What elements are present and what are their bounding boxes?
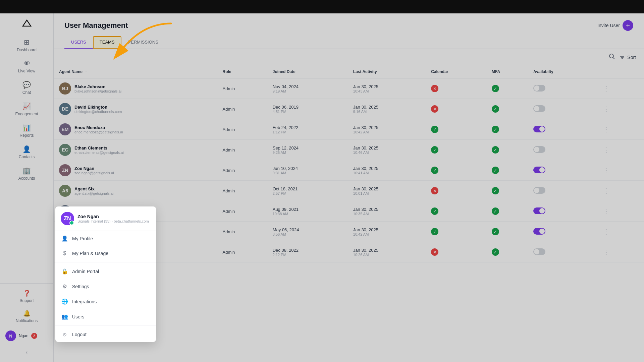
settings-icon: ⚙ bbox=[61, 283, 68, 290]
dropdown-item-my-profile[interactable]: 👤 My Profile bbox=[55, 231, 156, 246]
dropdown-item-admin-portal[interactable]: 🔒 Admin Portal bbox=[55, 264, 156, 279]
sidebar-item-label: Reports bbox=[19, 133, 34, 138]
col-actions bbox=[595, 65, 644, 78]
row-more-button[interactable]: ⋮ bbox=[600, 185, 612, 196]
notifications-icon: 🔔 bbox=[23, 310, 31, 317]
table-row: BJ Blake Johnson blake.johnson@getsignal… bbox=[54, 78, 644, 99]
calendar-check-icon: ✓ bbox=[431, 228, 438, 235]
agent-email: enoc.mendoza@getsignals.ai bbox=[74, 130, 123, 134]
sidebar-item-label: Chat bbox=[22, 90, 31, 95]
agent-cell: DE David Elkington delkington@chatfunnel… bbox=[59, 103, 212, 115]
dropdown-item-label: Users bbox=[72, 314, 85, 319]
sidebar: ⊞ Dashboard 👁 Live View 💬 Chat 📈 Engagem… bbox=[0, 0, 54, 362]
sidebar-item-engagement[interactable]: 📈 Engagement bbox=[2, 99, 51, 120]
sidebar-bottom: ❓ Support 🔔 Notifications N Ngan 2 ‹ bbox=[0, 283, 53, 362]
last-activity-time: 9:16 AM bbox=[353, 110, 420, 114]
row-more-button[interactable]: ⋮ bbox=[600, 165, 612, 176]
agent-avatar: ZN bbox=[59, 164, 71, 176]
last-activity-date: Jan 30, 2025 bbox=[353, 145, 420, 150]
availability-toggle[interactable] bbox=[533, 126, 545, 132]
agent-cell: ZN Zoe Ngan zoe.ngan@getsignals.ai bbox=[59, 164, 212, 176]
agent-name: Enoc Mendoza bbox=[74, 125, 123, 130]
row-more-button[interactable]: ⋮ bbox=[600, 226, 612, 237]
agent-name: Zoe Ngan bbox=[74, 166, 114, 171]
agent-name: Ethan Clements bbox=[74, 145, 124, 150]
dashboard-icon: ⊞ bbox=[24, 38, 30, 46]
table-header-row: Agent Name ↑ Role Joined Date Last Activ… bbox=[54, 65, 644, 78]
joined-time: 1:12 PM bbox=[273, 130, 342, 134]
calendar-check-icon: ✓ bbox=[431, 146, 438, 154]
row-more-button[interactable]: ⋮ bbox=[600, 206, 612, 217]
availability-toggle[interactable] bbox=[533, 85, 545, 92]
availability-toggle[interactable] bbox=[533, 187, 545, 194]
sidebar-item-dashboard[interactable]: ⊞ Dashboard bbox=[2, 35, 51, 56]
dropdown-item-label: Settings bbox=[72, 284, 89, 289]
joined-time: 9:19 AM bbox=[273, 89, 342, 93]
availability-toggle[interactable] bbox=[533, 146, 545, 153]
collapse-sidebar-button[interactable]: ‹ bbox=[3, 347, 51, 358]
logout-icon: ⎋ bbox=[61, 331, 68, 338]
dropdown-item-logout[interactable]: ⎋ Logout bbox=[55, 327, 156, 342]
dropdown-avatar-badge bbox=[69, 221, 74, 225]
last-activity-time: 10:35 AM bbox=[353, 212, 420, 216]
page-header-top: User Management Invite User + bbox=[64, 20, 633, 31]
availability-toggle[interactable] bbox=[533, 167, 545, 173]
col-mfa: MFA bbox=[486, 65, 528, 78]
dropdown-header: ZN Zoe Ngan Signals Internal (33) - beta… bbox=[55, 206, 156, 231]
sidebar-item-chat[interactable]: 💬 Chat bbox=[2, 77, 51, 98]
last-activity-time: 10:41 AM bbox=[353, 171, 420, 175]
sort-button[interactable]: Sort bbox=[619, 54, 636, 60]
joined-time: 4:51 PM bbox=[273, 110, 342, 114]
col-role: Role bbox=[217, 65, 267, 78]
dropdown-item-my-plan[interactable]: $ My Plan & Usage bbox=[55, 246, 156, 261]
tab-users[interactable]: USERS bbox=[64, 36, 93, 49]
sidebar-item-support[interactable]: ❓ Support bbox=[3, 288, 51, 305]
sidebar-item-notifications[interactable]: 🔔 Notifications bbox=[3, 308, 51, 325]
agent-avatar: EM bbox=[59, 123, 71, 135]
last-activity-time: 10:01 AM bbox=[353, 191, 420, 195]
tab-permissions[interactable]: PERMISSIONS bbox=[121, 36, 165, 49]
search-button[interactable] bbox=[608, 53, 615, 61]
invite-user-button[interactable]: Invite User + bbox=[597, 20, 633, 31]
mfa-check-icon: ✓ bbox=[492, 248, 499, 256]
last-activity-time: 10:46 AM bbox=[353, 150, 420, 155]
mfa-check-icon: ✓ bbox=[492, 126, 499, 133]
sidebar-user[interactable]: N Ngan 2 bbox=[3, 328, 51, 344]
calendar-x-icon: ✕ bbox=[431, 187, 438, 194]
calendar-check-icon: ✓ bbox=[431, 207, 438, 215]
mfa-check-icon: ✓ bbox=[492, 167, 499, 174]
page-header: User Management Invite User + USERS TEAM… bbox=[54, 13, 644, 49]
tab-teams[interactable]: TEAMS bbox=[93, 36, 121, 49]
dropdown-user-sub: Signals Internal (33) - beta.chatfunnels… bbox=[77, 219, 149, 223]
sidebar-item-accounts[interactable]: 🏢 Accounts bbox=[2, 163, 51, 184]
row-more-button[interactable]: ⋮ bbox=[600, 104, 612, 114]
mfa-check-icon: ✓ bbox=[492, 228, 499, 235]
dropdown-avatar: ZN bbox=[61, 212, 74, 225]
dropdown-item-users[interactable]: 👥 Users bbox=[55, 309, 156, 324]
dropdown-item-settings[interactable]: ⚙ Settings bbox=[55, 279, 156, 294]
sidebar-item-reports[interactable]: 📊 Reports bbox=[2, 120, 51, 141]
row-more-button[interactable]: ⋮ bbox=[600, 124, 612, 135]
row-more-button[interactable]: ⋮ bbox=[600, 247, 612, 257]
table-toolbar: Sort bbox=[54, 49, 644, 65]
dropdown-user-info: Zoe Ngan Signals Internal (33) - beta.ch… bbox=[77, 214, 149, 223]
sidebar-item-label: Engagement bbox=[15, 112, 38, 116]
sidebar-item-contacts[interactable]: 👤 Contacts bbox=[2, 142, 51, 163]
row-more-button[interactable]: ⋮ bbox=[600, 144, 612, 155]
availability-toggle[interactable] bbox=[533, 248, 545, 255]
agent-name: Agent Six bbox=[74, 186, 113, 191]
dropdown-item-integrations[interactable]: 🌐 Integrations bbox=[55, 294, 156, 309]
sidebar-logo[interactable] bbox=[0, 13, 53, 32]
last-activity-date: Jan 30, 2025 bbox=[353, 84, 420, 89]
profile-icon: 👤 bbox=[61, 235, 68, 242]
availability-toggle[interactable] bbox=[533, 228, 545, 235]
svg-point-1 bbox=[609, 54, 613, 58]
availability-toggle[interactable] bbox=[533, 207, 545, 214]
row-more-button[interactable]: ⋮ bbox=[600, 83, 612, 94]
availability-toggle[interactable] bbox=[533, 105, 545, 112]
role-badge: Admin bbox=[222, 147, 235, 153]
role-badge: Admin bbox=[222, 86, 235, 91]
sidebar-item-label: Live View bbox=[18, 69, 35, 73]
agent-info: Zoe Ngan zoe.ngan@getsignals.ai bbox=[74, 166, 114, 175]
sidebar-item-live-view[interactable]: 👁 Live View bbox=[2, 56, 51, 77]
